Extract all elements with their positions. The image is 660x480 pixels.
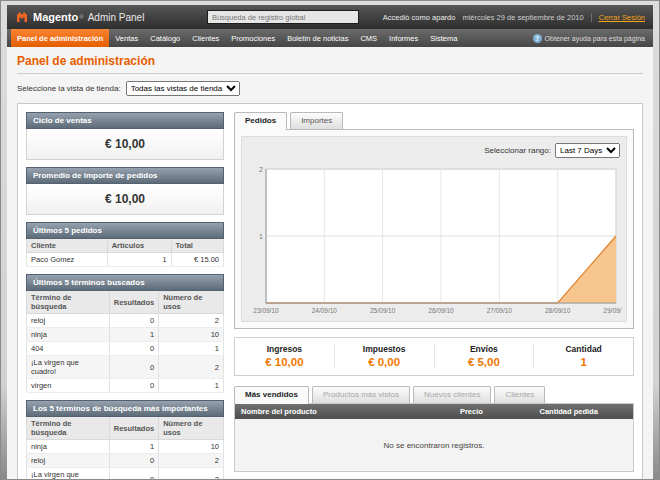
column-header: Precio bbox=[454, 404, 534, 419]
header-date: miércoles 29 de septiembre de 2010 bbox=[462, 13, 583, 22]
nav-item-ventas[interactable]: Ventas bbox=[109, 29, 144, 47]
table-cell: ¡La virgen que cuadro! bbox=[27, 468, 110, 480]
table-row[interactable]: ninja 1 10 bbox=[27, 328, 224, 342]
stat-label: Envíos bbox=[435, 344, 534, 354]
table-row[interactable]: virgen 0 1 bbox=[27, 379, 224, 393]
nav-item-clientes[interactable]: Clientes bbox=[186, 29, 225, 47]
range-select[interactable]: Last 7 Days bbox=[555, 143, 620, 158]
nav-item-sistema[interactable]: Sistema bbox=[424, 29, 463, 47]
help-label: Obtener ayuda para esta página bbox=[545, 35, 645, 42]
last-orders-table: Cliente Artículos Total Paco Gomez 1 € 1… bbox=[26, 239, 224, 267]
table-cell: 10 bbox=[159, 328, 224, 342]
column-header: Número de usos bbox=[159, 291, 224, 314]
table-cell: 10 bbox=[159, 440, 224, 454]
table-row[interactable]: Paco Gomez 1 € 15.00 bbox=[27, 253, 224, 267]
table-cell: 404 bbox=[27, 342, 110, 356]
last-search-terms-title: Últimos 5 términos buscados bbox=[26, 274, 224, 291]
stat-envios: Envíos € 5,00 bbox=[434, 344, 534, 368]
nav-item-boletin-noticias[interactable]: Boletín de noticias bbox=[281, 29, 354, 47]
dashboard-panel: Ciclo de ventas € 10,00 Promedio de impo… bbox=[17, 103, 643, 480]
top-search-terms-title: Los 5 términos de búsqueda más important… bbox=[26, 400, 224, 417]
store-view-select[interactable]: Todas las vistas de tienda bbox=[126, 81, 240, 96]
svg-text:27/09/10: 27/09/10 bbox=[487, 307, 513, 314]
svg-text:23/09/10: 23/09/10 bbox=[253, 307, 279, 314]
help-icon: ? bbox=[533, 34, 542, 43]
svg-text:25/09/10: 25/09/10 bbox=[370, 307, 396, 314]
table-header-row: Cliente Artículos Total bbox=[27, 239, 224, 253]
main-nav: Panel de administración Ventas Catálogo … bbox=[7, 29, 653, 47]
grid-header-row: Nombre del producto Precio Cantidad pedi… bbox=[235, 404, 633, 419]
svg-text:24/09/10: 24/09/10 bbox=[312, 307, 338, 314]
grid-empty-message: No se encontraron registros. bbox=[235, 419, 633, 471]
nav-item-panel-administracion[interactable]: Panel de administración bbox=[11, 29, 109, 47]
table-cell: virgen bbox=[27, 379, 110, 393]
brand-name: Magento bbox=[33, 11, 78, 23]
stat-ingresos: Ingresos € 10,00 bbox=[235, 344, 334, 368]
last-search-terms-table: Término de búsqueda Resultados Número de… bbox=[26, 291, 224, 393]
column-header: Resultados bbox=[109, 417, 158, 440]
logout-link[interactable]: Cerrar Sesión bbox=[591, 13, 645, 22]
sales-cycle-box: Ciclo de ventas € 10,00 bbox=[26, 112, 224, 160]
orders-chart: 23/09/1024/09/1025/09/1026/09/1027/09/10… bbox=[248, 163, 622, 319]
column-header: Cliente bbox=[27, 239, 108, 253]
table-cell: reloj bbox=[27, 314, 110, 328]
table-row[interactable]: ¡La virgen que cuadro! 0 2 bbox=[27, 356, 224, 379]
table-header-row: Término de búsqueda Resultados Número de… bbox=[27, 291, 224, 314]
title-divider bbox=[17, 73, 643, 74]
svg-text:28/09/10: 28/09/10 bbox=[545, 307, 571, 314]
page-content: Panel de administración Seleccione la vi… bbox=[7, 47, 653, 480]
table-row[interactable]: ¡La virgen que cuadro! 0 2 bbox=[27, 468, 224, 480]
tab-clientes[interactable]: Clientes bbox=[494, 386, 545, 403]
column-header: Término de búsqueda bbox=[27, 291, 110, 314]
table-row[interactable]: reloj 0 2 bbox=[27, 314, 224, 328]
table-header-row: Término de búsqueda Resultados Número de… bbox=[27, 417, 224, 440]
help-link[interactable]: ? Obtener ayuda para esta página bbox=[533, 29, 649, 47]
table-row[interactable]: reloj 0 2 bbox=[27, 454, 224, 468]
totals-box: Ingresos € 10,00 Impuestos € 0,00 Envíos… bbox=[234, 337, 634, 376]
avg-order-box: Promedio de importe de pedidos € 10,00 bbox=[26, 167, 224, 215]
column-header: Resultados bbox=[109, 291, 158, 314]
range-bar: Seleccionar rango: Last 7 Days bbox=[248, 141, 620, 163]
table-cell: ninja bbox=[27, 328, 110, 342]
last-orders-box: Últimos 5 pedidos Cliente Artículos Tota… bbox=[26, 222, 224, 267]
column-header: Cantidad pedida bbox=[533, 404, 633, 419]
orders-chart-panel: Seleccionar rango: Last 7 Days 23/09/102… bbox=[234, 129, 634, 329]
stat-value: 1 bbox=[534, 356, 633, 368]
stat-cantidad: Cantidad 1 bbox=[533, 344, 633, 368]
magento-logo-icon bbox=[15, 10, 29, 24]
stat-label: Impuestos bbox=[335, 344, 434, 354]
logged-in-as: Accedió como apardo bbox=[383, 13, 456, 22]
tab-productos-mas-vistos[interactable]: Productos más vistos bbox=[312, 386, 410, 403]
table-row[interactable]: ninja 1 10 bbox=[27, 440, 224, 454]
table-cell: 2 bbox=[159, 454, 224, 468]
table-cell: 0 bbox=[109, 379, 158, 393]
dashboard-left-column: Ciclo de ventas € 10,00 Promedio de impo… bbox=[26, 112, 224, 480]
store-view-switcher: Seleccione la vista de tienda: Todas las… bbox=[17, 81, 643, 96]
chart-tabs: Pedidos Importes bbox=[234, 112, 634, 129]
header-bar: Magento ® Admin Panel Accedió como apard… bbox=[7, 5, 653, 29]
table-cell: 1 bbox=[159, 379, 224, 393]
table-cell: 2 bbox=[159, 356, 224, 379]
bestsellers-grid: Nombre del producto Precio Cantidad pedi… bbox=[234, 403, 634, 472]
global-search-input[interactable] bbox=[207, 10, 359, 24]
tab-nuevos-clientes[interactable]: Nuevos clientes bbox=[413, 386, 491, 403]
table-cell: € 15.00 bbox=[171, 253, 223, 267]
top-search-terms-table: Término de búsqueda Resultados Número de… bbox=[26, 417, 224, 480]
magento-logo[interactable]: Magento ® Admin Panel bbox=[15, 10, 183, 24]
stat-value: € 5,00 bbox=[435, 356, 534, 368]
table-row[interactable]: 404 0 1 bbox=[27, 342, 224, 356]
nav-item-informes[interactable]: Informes bbox=[383, 29, 424, 47]
tab-pedidos[interactable]: Pedidos bbox=[234, 112, 287, 130]
sales-cycle-title: Ciclo de ventas bbox=[26, 112, 224, 129]
nav-item-catalogo[interactable]: Catálogo bbox=[144, 29, 186, 47]
avg-order-title: Promedio de importe de pedidos bbox=[26, 167, 224, 184]
stat-value: € 0,00 bbox=[335, 356, 434, 368]
tab-mas-vendidos[interactable]: Más vendidos bbox=[234, 386, 309, 404]
nav-item-promociones[interactable]: Promociones bbox=[225, 29, 281, 47]
column-header: Número de usos bbox=[159, 417, 224, 440]
tab-importes[interactable]: Importes bbox=[290, 112, 343, 129]
table-cell: 0 bbox=[109, 342, 158, 356]
nav-item-cms[interactable]: CMS bbox=[354, 29, 383, 47]
table-cell: ninja bbox=[27, 440, 110, 454]
table-cell: 1 bbox=[159, 342, 224, 356]
